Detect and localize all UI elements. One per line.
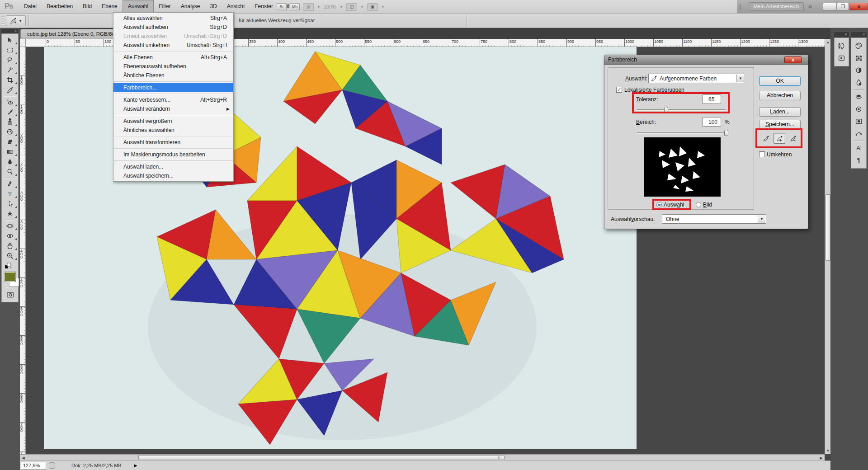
menu-item[interactable]: Auswahl aufhebenStrg+D (113, 23, 233, 32)
rectangular-marquee-tool[interactable] (2, 45, 18, 55)
fuzziness-value-field[interactable]: 65 (703, 94, 721, 104)
menu-fenster[interactable]: Fenster (250, 0, 278, 14)
blur-tool[interactable] (2, 157, 18, 167)
screen-mode-icon[interactable]: ▣ (367, 3, 378, 11)
adjustments-panel-icon[interactable] (851, 64, 866, 76)
type-tool[interactable]: T (2, 189, 18, 199)
zoom-level-value[interactable]: 100% (324, 4, 336, 9)
ruler-corner[interactable] (20, 39, 26, 47)
image-radio[interactable] (696, 202, 701, 207)
scroll-left-icon[interactable]: ◀ (20, 456, 26, 460)
rotate-3d-tool[interactable] (2, 221, 18, 231)
localized-color-clusters-checkbox[interactable]: ✓ (616, 87, 622, 93)
magic-wand-tool[interactable] (2, 65, 18, 75)
screen-mode-caret-icon[interactable]: ▼ (381, 5, 385, 9)
dock2-collapse-icon[interactable]: « (851, 32, 867, 38)
minimize-button[interactable]: — (823, 3, 836, 10)
layers-panel-icon[interactable] (851, 91, 866, 103)
vertical-scrollbar[interactable]: ▲ ▼ (825, 39, 830, 454)
healing-tool[interactable] (2, 97, 18, 107)
history-brush-tool[interactable] (2, 127, 18, 137)
mobile-icon[interactable]: Mb (290, 3, 300, 10)
menu-bearbeiten[interactable]: Bearbeiten (42, 0, 78, 14)
arrange-caret-icon[interactable]: ▼ (360, 5, 364, 9)
dialog-close-button[interactable]: x (784, 56, 802, 63)
quick-mask-button[interactable] (6, 291, 18, 300)
sample-eyedropper-button[interactable] (760, 133, 772, 144)
menu-item[interactable]: Auswahl transformieren (113, 138, 233, 147)
menu-item[interactable]: Auswahl vergrößern (113, 117, 233, 126)
cancel-button[interactable]: Abbrechen (759, 91, 801, 100)
menu-analyse[interactable]: Analyse (176, 0, 205, 14)
preview-dropdown-caret-icon[interactable]: ▼ (758, 215, 765, 223)
tools-collapse-icon[interactable]: » (1, 29, 19, 33)
menu-ebene[interactable]: Ebene (97, 0, 123, 14)
restore-button[interactable]: ❐ (837, 3, 849, 10)
workspace-button[interactable]: Mein Arbeitsbereich (749, 2, 804, 11)
current-tool-preset[interactable]: ▼ (6, 15, 26, 26)
view-extras-caret-icon[interactable]: ▼ (317, 5, 321, 9)
actions-panel-icon[interactable] (835, 52, 849, 64)
brush-tool[interactable] (2, 107, 18, 117)
dodge-tool[interactable] (2, 167, 18, 177)
channels-panel-icon[interactable] (851, 103, 866, 115)
foreground-color-swatch[interactable] (5, 272, 15, 282)
range-slider[interactable] (637, 132, 727, 133)
lasso-tool[interactable] (2, 55, 18, 65)
move-tool[interactable] (2, 35, 18, 45)
direct-selection-tool[interactable] (2, 199, 18, 209)
menu-item[interactable]: Auswahl laden... (113, 162, 233, 171)
zoom-caret-icon[interactable]: ▼ (340, 5, 343, 9)
history-panel-icon[interactable] (835, 40, 849, 52)
subtract-from-sample-eyedropper-button[interactable] (787, 133, 799, 144)
custom-shape-tool[interactable] (2, 209, 18, 219)
default-colors-icon[interactable] (5, 263, 18, 271)
orbit-3d-tool[interactable] (2, 231, 18, 241)
close-button[interactable]: x (849, 3, 868, 10)
mask-thumbnail-panel-icon[interactable] (851, 115, 866, 127)
menu-item[interactable]: Ähnliches auswählen (113, 126, 233, 135)
menu-item[interactable]: Ebenenauswahl aufheben (113, 62, 233, 71)
eraser-tool[interactable] (2, 137, 18, 147)
dropdown-caret-icon[interactable]: ▼ (736, 75, 744, 82)
gradient-tool[interactable] (2, 147, 18, 157)
hand-tool[interactable] (2, 241, 18, 251)
dock1-collapse-icon[interactable]: « (834, 32, 849, 38)
menu-auswahl[interactable]: Auswahl (123, 0, 154, 14)
fuzziness-slider[interactable] (637, 109, 726, 110)
horizontal-scrollbar[interactable]: ◀ ▶ (20, 454, 825, 461)
menu-item[interactable]: Alles auswählenStrg+A (113, 14, 233, 23)
clone-stamp-tool[interactable] (2, 117, 18, 127)
horizontal-scroll-thumb[interactable] (138, 455, 505, 460)
invert-checkbox[interactable] (759, 151, 765, 157)
menu-item[interactable]: Auswahl umkehrenUmschalt+Strg+I (113, 41, 233, 50)
crop-tool[interactable] (2, 75, 18, 85)
menu-datei[interactable]: Datei (19, 0, 42, 14)
menu-item[interactable]: Farbbereich... (113, 83, 233, 92)
range-slider-thumb[interactable] (724, 130, 728, 136)
selection-preview-dropdown[interactable]: Ohne ▼ (662, 214, 766, 224)
menu-item[interactable]: Kante verbessern...Alt+Strg+R (113, 95, 233, 104)
status-flyout-icon[interactable]: ▶ (134, 463, 137, 468)
menu-item[interactable]: Ähnliche Ebenen (113, 71, 233, 80)
vertical-scroll-thumb[interactable] (826, 194, 830, 261)
pen-tool[interactable] (2, 179, 18, 189)
menu-item[interactable]: Im Maskierungsmodus bearbeiten (113, 150, 233, 159)
load-button[interactable]: Laden... (759, 107, 801, 117)
menu-item[interactable]: Auswahl verändern▶ (113, 104, 233, 113)
bridge-icon[interactable]: Br (277, 3, 287, 10)
view-extras-icon[interactable]: ▦ (303, 3, 314, 11)
vertical-ruler[interactable]: 1001502002503003504004505005506006507007… (20, 47, 26, 454)
eyedropper-tool[interactable] (2, 85, 18, 95)
ok-button[interactable]: OK (759, 76, 801, 86)
workspace-chevrons-icon[interactable]: » (808, 2, 812, 10)
menu-item[interactable]: Auswahl speichern... (113, 171, 233, 180)
zoom-percentage-field[interactable]: 127,9% (21, 462, 46, 470)
menu-item[interactable]: Erneut auswählenUmschalt+Strg+D (113, 32, 233, 41)
document-tab[interactable]: cubic.jpg bei 128% (Ebene 0, RGB/8#) * (20, 29, 127, 39)
paths-panel-icon[interactable] (851, 127, 866, 140)
save-button[interactable]: Speichern... (759, 120, 801, 129)
menu-3d[interactable]: 3D (205, 0, 222, 14)
masks-panel-icon[interactable] (851, 76, 866, 89)
paragraph-panel-icon[interactable]: ¶ (851, 154, 866, 166)
